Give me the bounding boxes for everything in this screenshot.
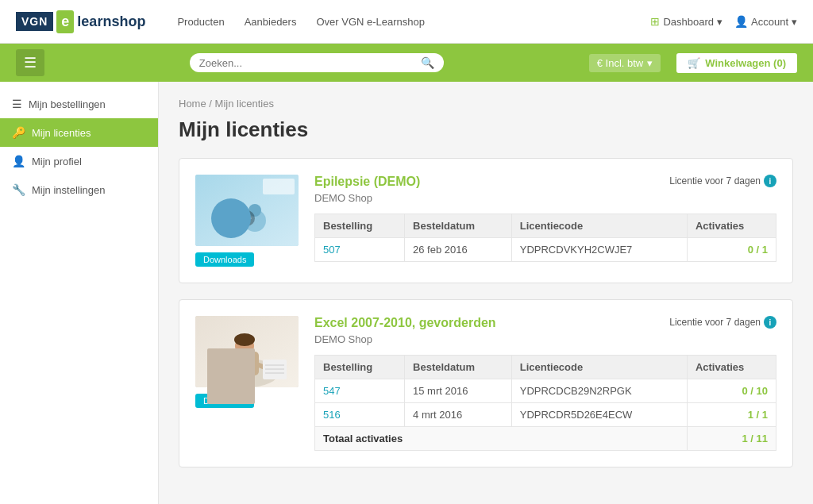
table-header-row-epilepsy: Bestelling Besteldatum Licentiecode Acti… bbox=[315, 214, 776, 238]
table-row: 547 15 mrt 2016 YDPRCDCB29N2RPGK 0 / 10 bbox=[315, 379, 776, 403]
license-badge-epilepsy: Licentie voor 7 dagen i bbox=[669, 175, 776, 187]
th-bestelling-epilepsy: Bestelling bbox=[315, 214, 405, 238]
breadcrumb-home[interactable]: Home bbox=[179, 98, 206, 110]
date-547: 15 mrt 2016 bbox=[405, 379, 512, 403]
order-507[interactable]: 507 bbox=[315, 238, 405, 262]
code-547: YDPRCDCB29N2RPGK bbox=[511, 379, 687, 403]
profiel-icon: 👤 bbox=[12, 155, 25, 167]
date-507: 26 feb 2016 bbox=[405, 238, 512, 262]
dashboard-button[interactable]: ⊞ Dashboard ▾ bbox=[650, 15, 722, 28]
th-besteldatum-epilepsy: Besteldatum bbox=[405, 214, 512, 238]
account-icon: 👤 bbox=[734, 15, 748, 28]
card-shop-excel: DEMO Shop bbox=[314, 333, 776, 345]
logo-area: VGN e learnshop bbox=[16, 10, 145, 33]
table-row: 507 26 feb 2016 YDPRCDVKYH2CWJE7 0 / 1 bbox=[315, 238, 776, 262]
card-title-excel[interactable]: Excel 2007-2010, gevorderden bbox=[314, 316, 496, 330]
sidebar-label-bestellingen: Mijn bestellingen bbox=[29, 98, 106, 110]
card-image-excel: Downloads bbox=[195, 316, 299, 408]
sidebar-label-licenties: Mijn licenties bbox=[32, 127, 91, 139]
total-val-excel: 1 / 11 bbox=[687, 427, 776, 451]
code-507: YDPRCDVKYH2CWJE7 bbox=[511, 238, 687, 262]
info-icon-excel[interactable]: i bbox=[764, 316, 776, 329]
svg-point-6 bbox=[239, 210, 255, 226]
sidebar-item-bestellingen[interactable]: ☰ Mijn bestellingen bbox=[0, 90, 158, 118]
svg-marker-7 bbox=[245, 215, 252, 221]
account-chevron: ▾ bbox=[792, 16, 797, 28]
table-total-row-excel: Totaal activaties 1 / 11 bbox=[315, 427, 776, 451]
card-body-excel: Excel 2007-2010, gevorderden Licentie vo… bbox=[314, 316, 776, 451]
sidebar-label-instellingen: Mijn instellingen bbox=[32, 184, 106, 196]
svg-point-3 bbox=[224, 199, 238, 214]
instellingen-icon: 🔧 bbox=[12, 183, 25, 196]
cart-label: Winkelwagen (0) bbox=[705, 57, 786, 69]
price-toggle[interactable]: € Incl. btw ▾ bbox=[589, 54, 661, 72]
th-bestelling-excel: Bestelling bbox=[315, 356, 405, 379]
card-header-row-excel: Excel 2007-2010, gevorderden Licentie vo… bbox=[314, 316, 776, 330]
search-bar: 🔍 bbox=[190, 53, 444, 72]
price-toggle-label: € Incl. btw bbox=[597, 57, 644, 69]
hamburger-button[interactable]: ☰ bbox=[16, 49, 44, 76]
activations-507: 0 / 1 bbox=[687, 238, 776, 262]
activations-547: 0 / 10 bbox=[687, 379, 776, 403]
date-516: 4 mrt 2016 bbox=[405, 403, 512, 427]
table-header-row-excel: Bestelling Besteldatum Licentiecode Acti… bbox=[315, 356, 776, 379]
license-card-epilepsy: Downloads Epilepsie (DEMO) Licentie voor… bbox=[179, 158, 793, 283]
dashboard-label: Dashboard bbox=[663, 16, 714, 28]
order-547[interactable]: 547 bbox=[315, 379, 405, 403]
licenties-icon: 🔑 bbox=[12, 126, 25, 139]
breadcrumb: Home / Mijn licenties bbox=[179, 98, 793, 110]
main-content: Home / Mijn licenties Mijn licenties bbox=[159, 82, 813, 504]
svg-point-2 bbox=[217, 204, 245, 233]
th-licentiecode-epilepsy: Licentiecode bbox=[511, 214, 687, 238]
dashboard-chevron: ▾ bbox=[717, 16, 722, 28]
license-card-excel: Downloads Excel 2007-2010, gevorderden L… bbox=[179, 299, 793, 467]
card-shop-epilepsy: DEMO Shop bbox=[314, 192, 776, 204]
th-besteldatum-excel: Besteldatum bbox=[405, 356, 512, 379]
code-516: YDPRCDR5D26E4ECW bbox=[511, 403, 687, 427]
bestellingen-icon: ☰ bbox=[12, 98, 22, 110]
order-516[interactable]: 516 bbox=[315, 403, 405, 427]
epilepsy-svg bbox=[195, 175, 299, 246]
sidebar-item-profiel[interactable]: 👤 Mijn profiel bbox=[0, 147, 158, 175]
nav-aanbieders[interactable]: Aanbieders bbox=[245, 16, 297, 28]
th-activaties-epilepsy: Activaties bbox=[687, 214, 776, 238]
excel-svg bbox=[195, 316, 299, 387]
top-header: VGN e learnshop Producten Aanbieders Ove… bbox=[0, 0, 813, 44]
svg-point-14 bbox=[234, 333, 255, 346]
license-badge-text-excel: Licentie voor 7 dagen bbox=[669, 317, 761, 328]
green-bar-right: € Incl. btw ▾ 🛒 Winkelwagen (0) bbox=[589, 53, 797, 73]
account-label: Account bbox=[751, 16, 788, 28]
table-row: 516 4 mrt 2016 YDPRCDR5D26E4ECW 1 / 1 bbox=[315, 403, 776, 427]
svg-rect-8 bbox=[263, 179, 295, 194]
cart-button[interactable]: 🛒 Winkelwagen (0) bbox=[676, 53, 797, 73]
search-icon[interactable]: 🔍 bbox=[421, 56, 434, 69]
account-button[interactable]: 👤 Account ▾ bbox=[734, 15, 797, 28]
logo-learnshop: learnshop bbox=[77, 13, 145, 30]
page-title: Mijn licenties bbox=[179, 117, 793, 142]
main-layout: ☰ Mijn bestellingen 🔑 Mijn licenties 👤 M… bbox=[0, 82, 813, 504]
activations-516: 1 / 1 bbox=[687, 403, 776, 427]
logo-vgn: VGN bbox=[16, 12, 53, 31]
sidebar-label-profiel: Mijn profiel bbox=[32, 156, 82, 167]
cart-icon: 🛒 bbox=[688, 57, 700, 69]
nav-over[interactable]: Over VGN e-Learnshop bbox=[316, 16, 425, 28]
price-chevron: ▾ bbox=[647, 57, 653, 69]
downloads-badge-epilepsy[interactable]: Downloads bbox=[195, 252, 254, 267]
dashboard-icon: ⊞ bbox=[650, 15, 660, 28]
nav-producten[interactable]: Producten bbox=[177, 16, 224, 28]
license-table-epilepsy: Bestelling Besteldatum Licentiecode Acti… bbox=[314, 214, 776, 262]
card-title-epilepsy[interactable]: Epilepsie (DEMO) bbox=[314, 175, 420, 189]
logo-e: e bbox=[56, 10, 74, 33]
info-icon-epilepsy[interactable]: i bbox=[764, 175, 776, 187]
breadcrumb-current: Mijn licenties bbox=[215, 98, 274, 110]
sidebar: ☰ Mijn bestellingen 🔑 Mijn licenties 👤 M… bbox=[0, 82, 159, 504]
top-right-nav: ⊞ Dashboard ▾ 👤 Account ▾ bbox=[650, 15, 797, 28]
card-image-epilepsy: Downloads bbox=[195, 175, 299, 267]
th-licentiecode-excel: Licentiecode bbox=[511, 356, 687, 379]
license-badge-text-epilepsy: Licentie voor 7 dagen bbox=[669, 175, 761, 187]
sidebar-item-licenties[interactable]: 🔑 Mijn licenties bbox=[0, 118, 158, 147]
sidebar-item-instellingen[interactable]: 🔧 Mijn instellingen bbox=[0, 175, 158, 204]
card-body-epilepsy: Epilepsie (DEMO) Licentie voor 7 dagen i… bbox=[314, 175, 776, 262]
search-input[interactable] bbox=[199, 57, 421, 69]
total-label-excel: Totaal activaties bbox=[315, 427, 688, 451]
